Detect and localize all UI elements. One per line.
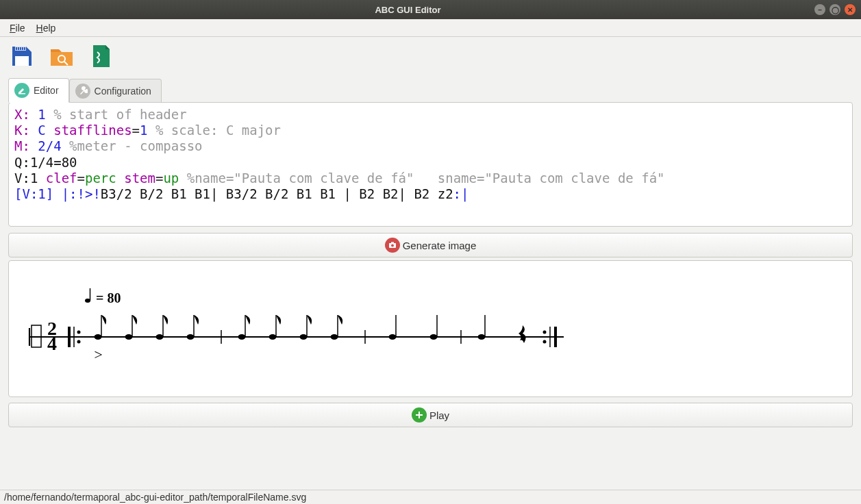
svg-point-43 bbox=[389, 334, 397, 340]
script-file-icon bbox=[88, 42, 115, 70]
tab-editor-label: Editor bbox=[34, 85, 59, 96]
menu-file[interactable]: File bbox=[4, 21, 31, 35]
wrench-icon bbox=[75, 84, 90, 99]
code-editor[interactable]: X: 1 % start of header K: C stafflines=1… bbox=[9, 103, 852, 226]
svg-rect-2 bbox=[18, 47, 19, 50]
tab-configuration[interactable]: Configuration bbox=[69, 79, 162, 103]
status-bar: /home/fernando/termaporal_abc-gui-editor… bbox=[0, 490, 861, 504]
svg-point-27 bbox=[125, 334, 133, 340]
menu-help[interactable]: Help bbox=[31, 21, 62, 35]
svg-point-45 bbox=[430, 334, 438, 340]
svg-rect-4 bbox=[22, 47, 23, 50]
window-close-button[interactable]: ✕ bbox=[845, 4, 856, 15]
svg-text:>: > bbox=[93, 346, 103, 363]
play-label: Play bbox=[429, 410, 449, 421]
svg-text:= 80: = 80 bbox=[96, 290, 121, 305]
window-minimize-button[interactable]: – bbox=[814, 4, 825, 15]
tab-bar: Editor Configuration bbox=[0, 78, 861, 103]
svg-rect-9 bbox=[18, 93, 25, 94]
svg-point-31 bbox=[187, 334, 195, 340]
window-maximize-button[interactable]: ◯ bbox=[829, 4, 840, 15]
svg-rect-18 bbox=[32, 325, 41, 347]
edit-icon bbox=[14, 83, 29, 98]
menubar: File Help bbox=[0, 19, 861, 37]
svg-point-48 bbox=[478, 334, 486, 340]
tab-editor[interactable]: Editor bbox=[8, 78, 69, 103]
svg-point-25 bbox=[95, 334, 102, 340]
toolbar bbox=[0, 37, 861, 78]
editor-panel: X: 1 % start of header K: C stafflines=1… bbox=[8, 102, 853, 227]
svg-rect-6 bbox=[15, 56, 29, 66]
svg-point-50 bbox=[543, 331, 547, 334]
window-title: ABC GUI Editor bbox=[5, 5, 810, 15]
generate-image-button[interactable]: Generate image bbox=[8, 233, 853, 257]
tab-configuration-label: Configuration bbox=[95, 86, 151, 97]
svg-rect-5 bbox=[24, 47, 25, 50]
svg-point-29 bbox=[156, 334, 164, 340]
folder-search-icon bbox=[48, 42, 75, 70]
export-toolbar-button[interactable] bbox=[86, 41, 116, 71]
svg-point-38 bbox=[300, 334, 308, 340]
score-preview: = 80 2 4 bbox=[8, 260, 853, 397]
svg-point-12 bbox=[391, 244, 394, 247]
svg-rect-56 bbox=[416, 414, 423, 416]
svg-text:4: 4 bbox=[47, 333, 57, 354]
svg-point-24 bbox=[77, 340, 81, 344]
svg-point-34 bbox=[238, 334, 246, 340]
open-toolbar-button[interactable] bbox=[47, 41, 77, 71]
music-score: = 80 2 4 bbox=[23, 272, 584, 388]
svg-point-23 bbox=[77, 331, 81, 334]
svg-point-36 bbox=[269, 334, 277, 340]
svg-point-51 bbox=[543, 340, 547, 344]
svg-rect-11 bbox=[391, 242, 394, 244]
save-toolbar-button[interactable] bbox=[7, 41, 37, 71]
camera-icon bbox=[385, 238, 400, 253]
svg-rect-1 bbox=[16, 47, 17, 50]
plus-icon bbox=[412, 407, 427, 423]
svg-point-40 bbox=[331, 334, 338, 340]
play-button[interactable]: Play bbox=[8, 403, 853, 427]
svg-rect-3 bbox=[20, 47, 21, 50]
sdcard-icon bbox=[8, 42, 36, 70]
status-path: /home/fernando/termaporal_abc-gui-editor… bbox=[4, 492, 306, 503]
generate-image-label: Generate image bbox=[403, 240, 477, 251]
titlebar: ABC GUI Editor – ◯ ✕ bbox=[0, 0, 861, 19]
